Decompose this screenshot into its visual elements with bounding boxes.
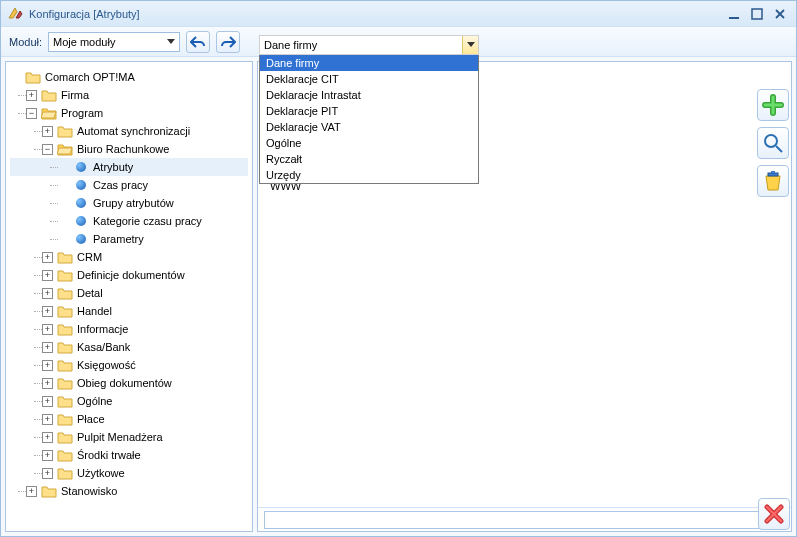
tree-stanowisko[interactable]: + Stanowisko [10, 482, 248, 500]
expand-icon[interactable]: + [42, 468, 53, 479]
module-select[interactable]: Moje moduły [48, 32, 180, 52]
tree-item[interactable]: +Płace [10, 410, 248, 428]
expand-icon[interactable]: + [42, 414, 53, 425]
folder-icon [57, 429, 73, 445]
expand-icon[interactable]: + [42, 360, 53, 371]
folder-open-icon [57, 141, 73, 157]
nav-forward-button[interactable] [216, 31, 240, 53]
chevron-down-icon [163, 33, 179, 51]
expand-icon[interactable]: + [42, 396, 53, 407]
folder-icon [25, 69, 41, 85]
dropdown-option[interactable]: Deklaracje VAT [260, 119, 478, 135]
tree-root[interactable]: Comarch OPT!MA [10, 68, 248, 86]
expand-icon[interactable]: + [42, 252, 53, 263]
tree-item[interactable]: +Środki trwałe [10, 446, 248, 464]
add-button[interactable] [757, 89, 789, 121]
folder-icon [41, 483, 57, 499]
folder-icon [57, 267, 73, 283]
module-label: Moduł: [9, 36, 42, 48]
expand-icon[interactable]: + [26, 90, 37, 101]
dot-icon [76, 216, 86, 226]
tree-item[interactable]: +Użytkowe [10, 464, 248, 482]
titlebar: Konfiguracja [Atrybuty] [1, 1, 796, 27]
dropdown-option[interactable]: Ryczałt [260, 151, 478, 167]
nav-back-button[interactable] [186, 31, 210, 53]
tree-item[interactable]: +Detal [10, 284, 248, 302]
category-dropdown-wrapper: Dane firmy Dane firmyDeklaracje CITDekla… [259, 35, 479, 184]
dropdown-option[interactable]: Ogólne [260, 135, 478, 151]
svg-rect-0 [729, 17, 739, 19]
dropdown-option[interactable]: Deklaracje PIT [260, 103, 478, 119]
tree-firma[interactable]: + Firma [10, 86, 248, 104]
tree-leaf[interactable]: Atrybuty [10, 158, 248, 176]
tree-item[interactable]: +Informacje [10, 320, 248, 338]
dropdown-option[interactable]: Deklaracje CIT [260, 71, 478, 87]
expand-icon[interactable]: + [42, 288, 53, 299]
svg-rect-3 [768, 173, 778, 176]
svg-point-2 [765, 135, 777, 147]
category-select[interactable]: Dane firmy [259, 35, 479, 55]
tree-item[interactable]: −Biuro Rachunkowe [10, 140, 248, 158]
expand-icon[interactable]: + [42, 342, 53, 353]
delete-button[interactable] [757, 165, 789, 197]
folder-icon [57, 123, 73, 139]
folder-icon [57, 411, 73, 427]
dot-icon [76, 198, 86, 208]
expand-icon[interactable]: + [42, 378, 53, 389]
tree-item[interactable]: +Definicje dokumentów [10, 266, 248, 284]
tree-leaf[interactable]: Kategorie czasu pracy [10, 212, 248, 230]
folder-open-icon [41, 105, 57, 121]
folder-icon [57, 375, 73, 391]
svg-rect-1 [752, 9, 762, 19]
tree-leaf[interactable]: Czas pracy [10, 176, 248, 194]
collapse-icon[interactable]: − [42, 144, 53, 155]
expand-icon[interactable]: + [42, 324, 53, 335]
search-button[interactable] [757, 127, 789, 159]
folder-icon [57, 249, 73, 265]
collapse-icon[interactable]: − [26, 108, 37, 119]
tree-item[interactable]: +Handel [10, 302, 248, 320]
app-window: Konfiguracja [Atrybuty] Moduł: Moje modu… [0, 0, 797, 537]
tree-item[interactable]: +Ogólne [10, 392, 248, 410]
tree-item[interactable]: +Kasa/Bank [10, 338, 248, 356]
folder-icon [41, 87, 57, 103]
expand-icon[interactable]: + [42, 432, 53, 443]
dropdown-option[interactable]: Dane firmy [260, 55, 478, 71]
expand-icon[interactable]: + [42, 270, 53, 281]
window-minimize-button[interactable] [724, 6, 744, 22]
tree-item[interactable]: +Pulpit Menadżera [10, 428, 248, 446]
tree-item[interactable]: +Automat synchronizacji [10, 122, 248, 140]
folder-icon [57, 303, 73, 319]
folder-icon [57, 447, 73, 463]
chevron-down-icon [462, 36, 478, 54]
category-select-value: Dane firmy [264, 39, 317, 51]
folder-icon [57, 465, 73, 481]
dot-icon [76, 162, 86, 172]
dropdown-option[interactable]: Urzędy [260, 167, 478, 183]
record-count-field[interactable]: 11 [264, 511, 785, 529]
expand-icon[interactable]: + [26, 486, 37, 497]
dot-icon [76, 180, 86, 190]
expand-icon[interactable]: + [42, 126, 53, 137]
module-select-value: Moje moduły [53, 36, 115, 48]
folder-icon [57, 393, 73, 409]
window-title: Konfiguracja [Atrybuty] [29, 8, 140, 20]
app-icon [7, 6, 23, 22]
close-button[interactable] [758, 498, 790, 530]
tree-leaf[interactable]: Grupy atrybutów [10, 194, 248, 212]
tree-leaf[interactable]: Parametry [10, 230, 248, 248]
tree-program[interactable]: − Program [10, 104, 248, 122]
category-dropdown-list[interactable]: Dane firmyDeklaracje CITDeklaracje Intra… [259, 54, 479, 184]
expand-icon[interactable]: + [42, 306, 53, 317]
dot-icon [76, 234, 86, 244]
tree-item[interactable]: +Obieg dokumentów [10, 374, 248, 392]
folder-icon [57, 285, 73, 301]
dropdown-option[interactable]: Deklaracje Intrastat [260, 87, 478, 103]
window-maximize-button[interactable] [747, 6, 767, 22]
svg-rect-4 [771, 171, 775, 173]
expand-icon[interactable]: + [42, 450, 53, 461]
tree-item[interactable]: +Księgowość [10, 356, 248, 374]
tree-item[interactable]: +CRM [10, 248, 248, 266]
tree-pane[interactable]: Comarch OPT!MA + Firma − Program +Automa… [5, 61, 253, 532]
window-close-button[interactable] [770, 6, 790, 22]
